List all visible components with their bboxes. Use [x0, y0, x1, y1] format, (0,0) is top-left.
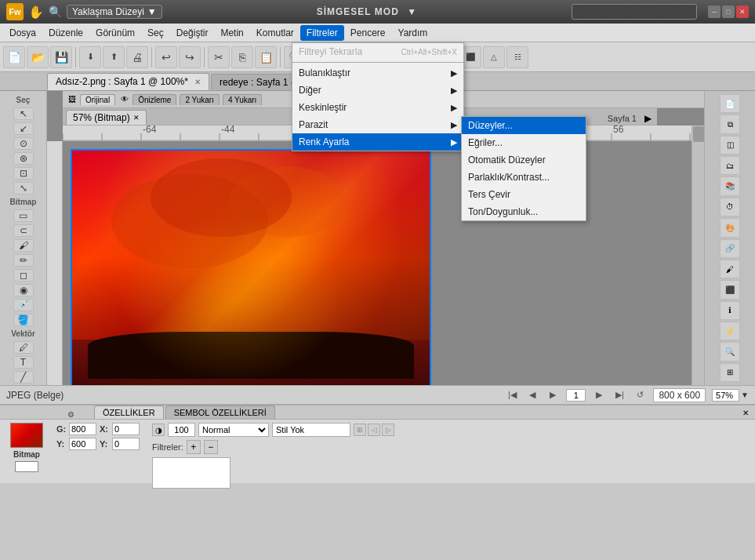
assets-panel-icon[interactable]: 🗂 [720, 156, 740, 175]
paste-button[interactable]: 📋 [255, 46, 277, 68]
menu-duzenle[interactable]: Düzenle [42, 25, 89, 41]
bitmap-color-box[interactable] [15, 461, 38, 472]
menu-pencere[interactable]: Pencere [344, 25, 392, 41]
renk-ayarla-item[interactable]: Renk Ayarla ▶ [292, 133, 463, 151]
style-btn-3[interactable]: ▷ [382, 424, 394, 436]
filter-list[interactable] [152, 457, 230, 489]
color-panel-icon[interactable]: 🖌 [720, 260, 740, 278]
line-tool[interactable]: ╱ [13, 371, 34, 384]
menu-dosya[interactable]: Dosya [3, 25, 42, 41]
style-btn-2[interactable]: ◁ [368, 424, 380, 436]
page-number-input[interactable] [566, 389, 586, 402]
add-filter-button[interactable]: + [187, 440, 201, 454]
cut-button[interactable]: ✂ [208, 46, 230, 68]
toolbar-btn-9[interactable]: ☷ [506, 46, 528, 68]
marquee-tool[interactable]: ▭ [13, 209, 34, 222]
props-panel-icon[interactable]: ⚙ [67, 410, 74, 419]
y2-input[interactable] [112, 438, 140, 450]
lasso-tool[interactable]: ⊙ [13, 137, 34, 150]
menu-degistir[interactable]: Değiştir [170, 25, 215, 41]
zoom-value-input[interactable] [712, 389, 739, 402]
diger-item[interactable]: Diğer ▶ [292, 82, 463, 99]
style-btn-1[interactable]: ⊞ [354, 424, 366, 436]
height-input[interactable] [69, 438, 96, 450]
swatches-panel-icon[interactable]: ⬛ [720, 280, 740, 299]
text-tool[interactable]: T [13, 356, 34, 369]
eraser-tool[interactable]: ◻ [13, 269, 34, 282]
preview-tab-icon[interactable]: 👁 [118, 93, 131, 106]
menu-metin[interactable]: Metin [214, 25, 249, 41]
import-button[interactable]: ⬇ [79, 46, 101, 68]
menu-yardim[interactable]: Yardım [392, 25, 434, 41]
zoom-dropdown-arrow[interactable]: ▼ [741, 391, 749, 399]
new-doc-button[interactable]: 📄 [3, 46, 25, 68]
bulaniklaştir-item[interactable]: Bulanıklaştır ▶ [292, 64, 463, 82]
history-panel-icon[interactable]: ⏱ [720, 198, 740, 216]
preview-view-tab[interactable]: Önizleme [132, 94, 176, 105]
align-panel-icon[interactable]: ⊞ [720, 363, 740, 382]
x-input[interactable] [112, 423, 140, 435]
minimize-button[interactable]: ─ [708, 5, 721, 18]
canvas-image[interactable] [71, 149, 431, 385]
behaviors-panel-icon[interactable]: ⚡ [720, 322, 740, 340]
vertical-scrollbar[interactable] [691, 125, 704, 385]
maximize-button[interactable]: □ [722, 5, 735, 18]
redo-button[interactable]: ↪ [179, 46, 201, 68]
tab-close-0[interactable]: ✕ [194, 78, 201, 86]
tab-adsiz[interactable]: Adsız-2.png : Sayfa 1 @ 100%* ✕ [47, 73, 209, 90]
print-button[interactable]: 🖨 [126, 46, 148, 68]
find-panel-icon[interactable]: 🔍 [720, 342, 740, 361]
info-panel-icon[interactable]: ℹ [720, 301, 740, 320]
play-button[interactable]: ▶ [592, 388, 606, 402]
otomatik-duzeyler-item[interactable]: Otomatik Düzeyler [462, 151, 586, 169]
blend-mode-select[interactable]: Normal Multiply Screen Overlay [198, 423, 269, 437]
duzeyler-item[interactable]: Düzeyler... [462, 117, 586, 134]
toolbar-btn-8[interactable]: △ [483, 46, 505, 68]
pages-panel-icon[interactable]: 📄 [720, 94, 740, 113]
layers-panel-icon[interactable]: ⧉ [720, 115, 740, 133]
blur-tool[interactable]: ◉ [13, 284, 34, 296]
remove-filter-button[interactable]: − [204, 440, 218, 454]
copy-button[interactable]: ⎘ [231, 46, 253, 68]
loop-button[interactable]: ↺ [633, 388, 647, 402]
parazit-item[interactable]: Parazit ▶ [292, 116, 463, 133]
search-icon[interactable]: 🔍 [49, 5, 62, 18]
menu-goruntum[interactable]: Görünüm [89, 25, 141, 41]
4up-view-tab[interactable]: 4 Yukarı [223, 94, 263, 105]
first-page-button[interactable]: |◀ [505, 388, 519, 402]
states-panel-icon[interactable]: ◫ [720, 136, 740, 155]
opacity-input[interactable] [168, 423, 195, 437]
bitmap-tab-close[interactable]: ✕ [133, 114, 140, 122]
filtreyi-tekrarla-item[interactable]: Filtreyi Tekrarla Ctrl+Alt+Shift+X [292, 43, 463, 60]
parlaklik-kontrast-item[interactable]: Parlaklık/Kontrast... [462, 169, 586, 186]
next-page-button[interactable]: ▶ [546, 388, 560, 402]
page-nav-icon[interactable]: ▶ [641, 112, 654, 125]
menu-sec[interactable]: Seç [141, 25, 170, 41]
crop-tool[interactable]: ⊡ [13, 167, 34, 180]
styles-panel-icon[interactable]: 🎨 [720, 218, 740, 237]
pointer-tool[interactable]: ↖ [13, 107, 34, 120]
tab-sembol-ozellikleri[interactable]: SEMBOL ÖZELLİKLERİ [165, 405, 275, 419]
eyedrop-tool[interactable]: 💉 [13, 299, 34, 311]
zoom-dropdown[interactable]: Yaklaşma Düzeyi ▼ [67, 5, 162, 19]
last-page-button[interactable]: ▶| [612, 388, 626, 402]
menu-filtreler[interactable]: Filtreler [300, 25, 344, 41]
hand-tool-icon[interactable]: ✋ [28, 5, 44, 20]
lasso2-tool[interactable]: ⊂ [13, 224, 34, 237]
export-button[interactable]: ⬆ [103, 46, 125, 68]
pencil-tool[interactable]: ✏ [13, 254, 34, 267]
pen-tool[interactable]: 🖊 [13, 341, 34, 354]
subselect-tool[interactable]: ↙ [13, 122, 34, 135]
props-close-icon[interactable]: ✕ [739, 406, 752, 419]
bitmap-canvas-tab[interactable]: 57% (Bitmap) ✕ [66, 110, 147, 125]
keskinlestir-item[interactable]: Keskinleştir ▶ [292, 99, 463, 116]
ton-doygunluk-item[interactable]: Ton/Doygunluk... [462, 203, 586, 220]
close-button[interactable]: ✕ [736, 5, 749, 18]
library-panel-icon[interactable]: 📚 [720, 176, 740, 195]
original-view-tab[interactable]: Orijinal [80, 94, 115, 105]
brush-tool[interactable]: 🖌 [13, 239, 34, 252]
ters-cevir-item[interactable]: Ters Çevir [462, 186, 586, 203]
global-search-input[interactable] [572, 4, 697, 20]
egriler-item[interactable]: Eğriler... [462, 134, 586, 151]
menu-komutlar[interactable]: Komutlar [250, 25, 300, 41]
